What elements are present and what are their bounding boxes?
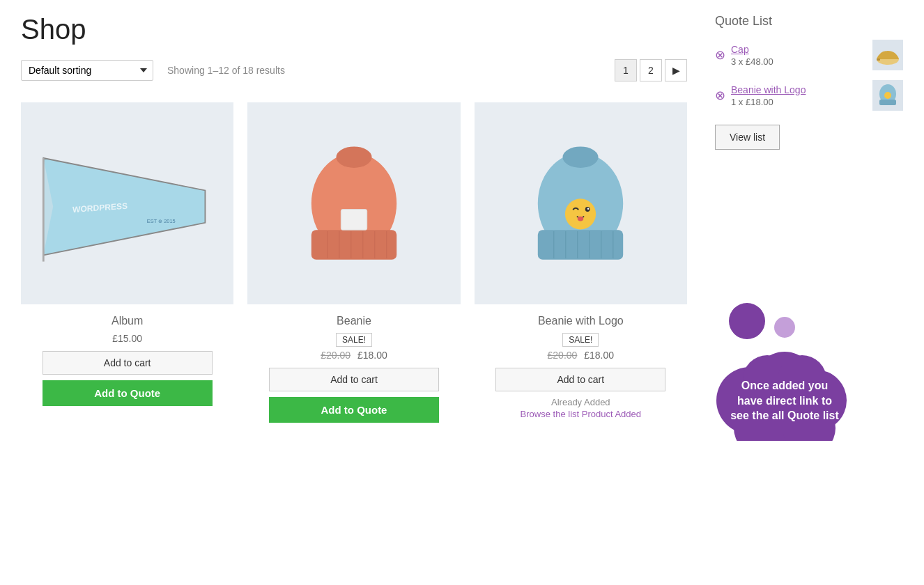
svg-point-27 bbox=[563, 146, 599, 168]
quote-item-beanie-logo-name[interactable]: Beanie with Logo bbox=[731, 84, 867, 95]
svg-point-14 bbox=[336, 146, 371, 168]
product-card-album: WORDPRESS EST ⊕ 2015 Album £15.00 Add to… bbox=[21, 102, 233, 427]
svg-point-25 bbox=[587, 208, 590, 210]
sort-select[interactable]: Default sorting Sort by popularity Sort … bbox=[21, 60, 153, 81]
product-price-beanie-logo: £20.00 £18.00 bbox=[548, 350, 615, 361]
already-added-text: Already Added bbox=[551, 397, 610, 407]
deco-circle-large bbox=[729, 303, 765, 339]
product-image-beanie-logo bbox=[475, 102, 687, 304]
original-price-beanie-logo: £20.00 bbox=[548, 350, 578, 361]
quote-item-cap-info: Cap 3 x £48.00 bbox=[731, 44, 867, 67]
quote-item-cap: ⊗ Cap 3 x £48.00 bbox=[715, 40, 903, 70]
page-title: Shop bbox=[21, 14, 687, 45]
quote-items: ⊗ Cap 3 x £48.00 bbox=[715, 40, 903, 111]
svg-text:EST ⊕ 2015: EST ⊕ 2015 bbox=[147, 218, 176, 224]
svg-point-23 bbox=[565, 198, 596, 229]
quote-item-cap-qty: 3 x £48.00 bbox=[731, 56, 867, 67]
quote-item-cap-name[interactable]: Cap bbox=[731, 44, 867, 55]
product-price-beanie: £20.00 £18.00 bbox=[321, 350, 387, 361]
quote-list-title: Quote List bbox=[715, 14, 903, 29]
main-content: Shop Default sorting Sort by popularity … bbox=[21, 14, 701, 427]
cloud-bubble: Once added you have direct link to see t… bbox=[708, 338, 861, 441]
product-image-beanie bbox=[247, 102, 460, 304]
sale-price-beanie-logo: £18.00 bbox=[584, 350, 614, 361]
product-card-beanie: Beanie SALE! £20.00 £18.00 Add to cart A… bbox=[247, 102, 460, 427]
results-count: Showing 1–12 of 18 results bbox=[167, 65, 285, 76]
quote-item-cap-thumb bbox=[872, 40, 903, 70]
remove-cap-icon[interactable]: ⊗ bbox=[715, 47, 725, 63]
svg-rect-6 bbox=[311, 230, 396, 260]
product-name-album: Album bbox=[111, 315, 143, 327]
page-2-link[interactable]: 2 bbox=[640, 59, 662, 81]
cloud-bubble-text: Once added you have direct link to see t… bbox=[727, 378, 842, 423]
shop-toolbar: Default sorting Sort by popularity Sort … bbox=[21, 59, 687, 81]
add-to-cart-beanie[interactable]: Add to cart bbox=[269, 368, 439, 391]
pagination: 1 2 ▶ bbox=[615, 59, 687, 81]
products-grid: WORDPRESS EST ⊕ 2015 Album £15.00 Add to… bbox=[21, 102, 687, 427]
add-to-quote-beanie[interactable]: Add to Quote bbox=[269, 397, 439, 423]
sidebar: Quote List ⊗ Cap 3 x £48.00 bbox=[701, 14, 903, 427]
quote-item-beanie-logo-thumb bbox=[872, 80, 903, 111]
quote-item-beanie-logo-info: Beanie with Logo 1 x £18.00 bbox=[731, 84, 867, 107]
add-to-cart-album[interactable]: Add to cart bbox=[43, 351, 213, 375]
sale-badge-beanie: SALE! bbox=[336, 333, 372, 347]
svg-point-34 bbox=[884, 92, 891, 99]
quote-item-beanie-logo-qty: 1 x £18.00 bbox=[731, 97, 867, 107]
deco-circle-small bbox=[774, 317, 795, 338]
browse-list-link[interactable]: Browse the list Product Added bbox=[521, 409, 641, 419]
svg-rect-33 bbox=[879, 100, 896, 105]
svg-point-26 bbox=[578, 217, 584, 221]
sale-badge-beanie-logo: SALE! bbox=[562, 333, 599, 347]
page-1-link[interactable]: 1 bbox=[615, 59, 637, 81]
svg-rect-13 bbox=[341, 210, 367, 231]
svg-rect-30 bbox=[877, 58, 880, 61]
product-card-beanie-logo: Beanie with Logo SALE! £20.00 £18.00 Add… bbox=[475, 102, 687, 427]
svg-rect-16 bbox=[538, 230, 623, 260]
product-name-beanie-logo: Beanie with Logo bbox=[538, 315, 624, 327]
add-to-cart-beanie-logo[interactable]: Add to cart bbox=[495, 368, 665, 391]
product-name-beanie: Beanie bbox=[337, 315, 371, 327]
product-price-album: £15.00 bbox=[112, 333, 142, 344]
sale-price-beanie: £18.00 bbox=[357, 350, 387, 361]
page-next-link[interactable]: ▶ bbox=[665, 59, 687, 81]
quote-item-beanie-logo: ⊗ Beanie with Logo 1 x £18.00 bbox=[715, 80, 903, 111]
product-image-album: WORDPRESS EST ⊕ 2015 bbox=[21, 102, 233, 304]
original-price-beanie: £20.00 bbox=[321, 350, 351, 361]
add-to-quote-album[interactable]: Add to Quote bbox=[43, 380, 213, 406]
remove-beanie-logo-icon[interactable]: ⊗ bbox=[715, 88, 725, 103]
view-list-button[interactable]: View list bbox=[715, 125, 780, 150]
